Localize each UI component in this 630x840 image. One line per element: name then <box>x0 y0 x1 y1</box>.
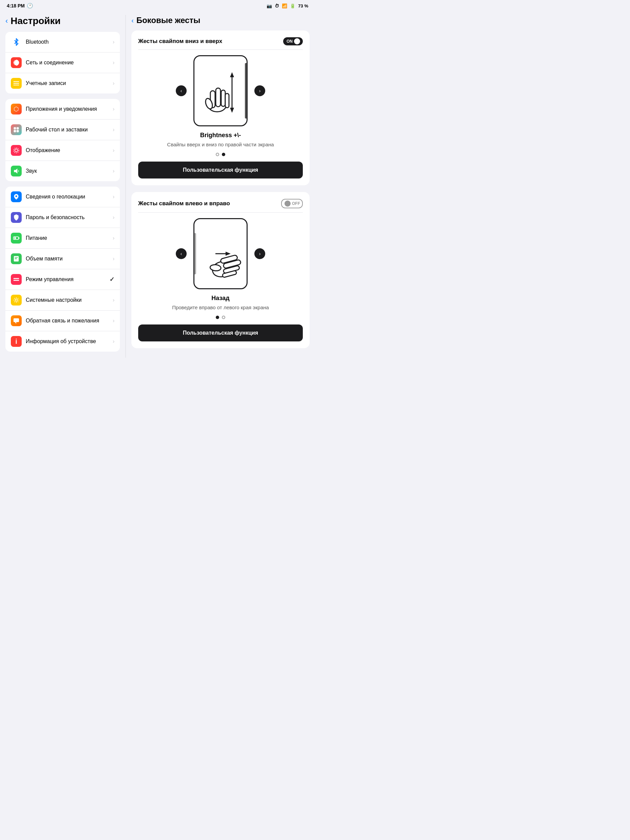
dot-2-leftright <box>222 316 225 319</box>
gestures-back-arrow[interactable]: ‹ <box>131 17 134 24</box>
prev-arrow-leftright[interactable]: ‹ <box>176 248 186 259</box>
power-chevron: › <box>113 235 114 241</box>
dot-1-updown <box>216 153 219 156</box>
geo-chevron: › <box>113 194 114 200</box>
custom-function-btn-leftright[interactable]: Пользовательская функция <box>138 324 303 341</box>
status-left: 4:18 PM 🕐 <box>7 3 33 9</box>
apps-chevron: › <box>113 106 114 112</box>
gestures-title-text: Боковые жесты <box>136 16 201 25</box>
side-gestures-title: ‹ Боковые жесты <box>131 16 309 25</box>
settings-item-accounts[interactable]: Учетные записи › <box>5 73 120 93</box>
settings-item-security[interactable]: Пароль и безопасность › <box>5 207 120 228</box>
battery-icon: 🔋 <box>290 3 295 8</box>
settings-back-arrow[interactable]: ‹ <box>5 17 8 25</box>
bluetooth-icon <box>11 36 22 47</box>
network-chevron: › <box>113 60 114 66</box>
storage-icon <box>11 253 22 264</box>
geo-icon <box>11 191 22 202</box>
gesture-leftright-header: Жесты свайпом влево и вправо OFF <box>138 199 303 213</box>
settings-item-system[interactable]: Системные настройки › <box>5 290 120 311</box>
toggle-circle-off <box>284 201 291 207</box>
svg-marker-22 <box>15 322 16 324</box>
svg-marker-31 <box>230 108 234 113</box>
settings-item-sound[interactable]: Звук › <box>5 161 120 181</box>
svg-rect-14 <box>14 237 16 239</box>
settings-item-display[interactable]: Отображение › <box>5 140 120 161</box>
svg-point-8 <box>15 149 17 152</box>
settings-title-text: Настройки <box>11 16 61 27</box>
settings-item-network[interactable]: Сеть и соединение › <box>5 52 120 73</box>
feedback-chevron: › <box>113 318 114 324</box>
alarm-icon: 🕐 <box>27 3 33 9</box>
deviceinfo-label: Информация об устройстве <box>26 338 113 344</box>
next-arrow-leftright[interactable]: › <box>254 248 265 259</box>
geo-label: Сведения о геолокации <box>26 194 113 200</box>
bluetooth-chevron: › <box>113 39 114 45</box>
gesture-updown-illustration: ‹ <box>138 55 303 126</box>
svg-rect-27 <box>225 93 229 108</box>
system-label: Системные настройки <box>26 297 113 303</box>
settings-group-3: Сведения о геолокации › Пароль и безопас… <box>5 186 120 352</box>
power-label: Питание <box>26 235 113 241</box>
settings-item-bluetooth[interactable]: Bluetooth › <box>5 32 120 52</box>
settings-item-deviceinfo[interactable]: i Информация об устройстве › <box>5 331 120 352</box>
network-icon <box>11 57 22 68</box>
storage-chevron: › <box>113 256 114 262</box>
svg-rect-4 <box>14 127 16 130</box>
storage-label: Объем памяти <box>26 256 113 262</box>
system-icon <box>11 295 22 306</box>
gesture-leftright-illustration: ‹ <box>138 218 303 289</box>
feedback-icon <box>11 315 22 326</box>
svg-marker-30 <box>230 72 234 77</box>
power-icon <box>11 233 22 243</box>
svg-rect-21 <box>14 318 19 322</box>
desktop-label: Рабочий стол и заставки <box>26 127 113 133</box>
prev-arrow-updown[interactable]: ‹ <box>176 85 186 96</box>
gesture-leftright-desc: Проведите вправо от левого края экрана <box>138 305 303 310</box>
svg-rect-5 <box>17 127 19 130</box>
settings-panel: ‹ Настройки Bluetooth › <box>0 11 125 361</box>
sound-icon <box>11 166 22 177</box>
accounts-label: Учетные записи <box>26 80 113 86</box>
accounts-icon <box>11 78 22 89</box>
display-label: Отображение <box>26 147 113 153</box>
svg-point-20 <box>15 299 17 302</box>
phone-frame-updown <box>193 55 248 126</box>
deviceinfo-chevron: › <box>113 338 114 344</box>
timer-icon: ⏱ <box>275 3 279 8</box>
svg-point-9 <box>14 148 19 153</box>
gesture-updown-desc: Свайпы вверх и вниз по правой части экра… <box>138 142 303 147</box>
security-label: Пароль и безопасность <box>26 215 113 221</box>
dot-2-updown <box>222 153 225 156</box>
gesture-leftright-name: Назад <box>138 295 303 302</box>
settings-group-2: ⬡ Приложения и уведомления › Рабочий сто… <box>5 99 120 181</box>
settings-item-mgmt[interactable]: Режим управления ✓ <box>5 269 120 290</box>
right-bar <box>245 63 246 118</box>
apps-icon: ⬡ <box>11 104 22 114</box>
settings-item-geo[interactable]: Сведения о геолокации › <box>5 186 120 207</box>
status-time: 4:18 PM <box>7 3 25 8</box>
settings-item-power[interactable]: Питание › <box>5 228 120 249</box>
battery-percent: 73 % <box>298 3 308 8</box>
desktop-icon <box>11 124 22 135</box>
sound-label: Звук <box>26 168 113 174</box>
settings-item-storage[interactable]: Объем памяти › <box>5 249 120 269</box>
svg-marker-10 <box>14 169 17 174</box>
security-chevron: › <box>113 215 114 221</box>
toggle-leftright[interactable]: OFF <box>281 199 303 208</box>
toggle-off-label: OFF <box>292 201 300 206</box>
gesture-leftright-title: Жесты свайпом влево и вправо <box>138 200 230 207</box>
custom-function-btn-updown[interactable]: Пользовательская функция <box>138 161 303 178</box>
svg-point-11 <box>16 196 17 197</box>
next-arrow-updown[interactable]: › <box>254 85 265 96</box>
toggle-updown[interactable]: ON <box>283 37 303 46</box>
settings-group-1: Bluetooth › Сеть и соединение › <box>5 32 120 93</box>
settings-item-desktop[interactable]: Рабочий стол и заставки › <box>5 120 120 140</box>
side-gestures-panel: ‹ Боковые жесты Жесты свайпом вниз и вве… <box>126 11 315 361</box>
settings-item-feedback[interactable]: Обратная связь и пожелания › <box>5 311 120 331</box>
settings-item-apps[interactable]: ⬡ Приложения и уведомления › <box>5 99 120 120</box>
dots-leftright <box>138 316 303 319</box>
status-right: 📷 ⏱ 📶 🔋 73 % <box>267 3 308 8</box>
dots-updown <box>138 153 303 156</box>
network-label: Сеть и соединение <box>26 60 113 66</box>
